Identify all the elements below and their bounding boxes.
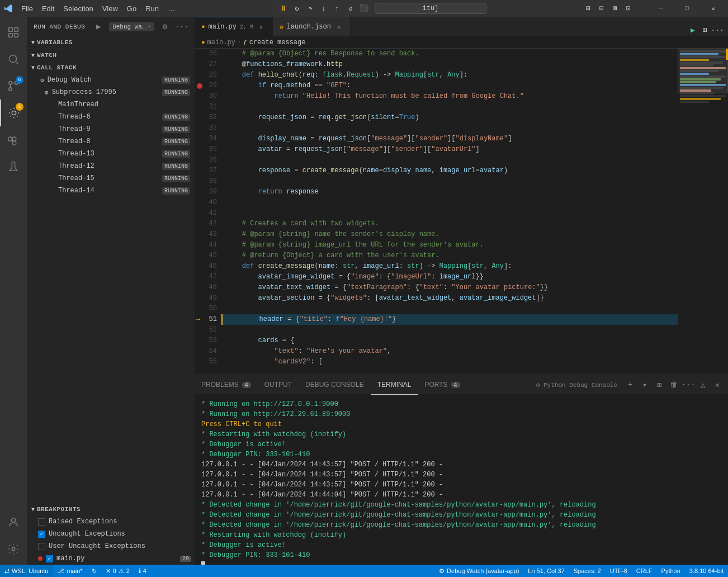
panel-maximize-btn[interactable]: △	[697, 379, 709, 391]
layout3-btn[interactable]: ⊠	[609, 2, 621, 15]
run-code-btn[interactable]: ▶	[687, 24, 699, 36]
bp-main-checkbox[interactable]: ✓	[46, 555, 53, 562]
menu-file[interactable]: File	[17, 0, 37, 17]
tab-problems[interactable]: PROBLEMS 4	[195, 375, 258, 395]
tab-ports[interactable]: PORTS 4	[418, 375, 466, 395]
code-line-40	[221, 197, 678, 208]
tab-launch-close[interactable]: ✕	[334, 22, 343, 31]
activity-explorer[interactable]	[0, 19, 27, 46]
activity-debug[interactable]: 1	[0, 100, 27, 126]
breadcrumb-func[interactable]: create_message	[249, 39, 306, 46]
breadcrumb-file[interactable]: main.py	[207, 39, 235, 46]
status-python-version[interactable]: 3.8.10 64-bit	[685, 565, 728, 577]
line-29: 29	[195, 81, 221, 91]
status-remote[interactable]: ⇄ WSL: Ubuntu	[0, 565, 53, 577]
status-debug-watch[interactable]: ⚙ Debug Watch (avatar-app)	[434, 565, 523, 577]
menu-selection[interactable]: Selection	[59, 0, 97, 17]
variables-header[interactable]: ▼ VARIABLES	[27, 36, 195, 49]
stack-item-subprocess[interactable]: ⚙ Subprocess 17995 RUNNING	[27, 86, 195, 98]
new-terminal-btn[interactable]: +	[624, 379, 636, 391]
status-eol[interactable]: CRLF	[632, 565, 657, 577]
minimize-btn[interactable]: ─	[648, 0, 673, 17]
debug-restart-btn[interactable]: ↺	[344, 2, 357, 15]
tab-terminal[interactable]: TERMINAL	[371, 375, 418, 395]
bp-raised-checkbox[interactable]	[38, 518, 45, 526]
layout-btn[interactable]: ⊞	[582, 2, 594, 15]
menu-go[interactable]: Go	[122, 0, 141, 17]
terminal-cursor-line	[201, 560, 721, 565]
status-errors[interactable]: ✕ 0 ⚠ 2	[101, 565, 134, 577]
activity-settings[interactable]	[0, 536, 27, 562]
terminal-more-btn[interactable]: ···	[682, 379, 694, 391]
tab-main-py[interactable]: ● main.py 2, M ✕	[195, 17, 273, 36]
status-info[interactable]: ℹ 4	[134, 565, 151, 577]
stack-item-debug-watch[interactable]: ⚙ Debug Watch RUNNING	[27, 74, 195, 86]
stack-item-thread8[interactable]: Thread-8 RUNNING	[27, 135, 195, 148]
debug-step-out-btn[interactable]: ↑	[331, 2, 343, 15]
call-stack-header[interactable]: ▼ CALL STACK	[27, 62, 195, 74]
menu-edit[interactable]: Edit	[37, 0, 59, 17]
tab-launch-json[interactable]: ⚙ launch.json ✕	[273, 17, 351, 36]
activity-account[interactable]	[0, 509, 27, 536]
tab-main-py-close[interactable]: ✕	[257, 22, 266, 31]
close-btn[interactable]: ✕	[701, 0, 726, 17]
terminal-down-btn[interactable]: ▾	[639, 379, 651, 391]
config-selector[interactable]: Debug Wa… ▾	[109, 22, 154, 31]
status-cursor-pos[interactable]: Ln 51, Col 37	[523, 565, 569, 577]
status-sync[interactable]: ↻	[87, 565, 101, 577]
maximize-btn[interactable]: □	[674, 0, 699, 17]
debug-refresh-btn[interactable]: ↻	[291, 2, 303, 15]
tab-debug-console[interactable]: DEBUG CONSOLE	[299, 375, 371, 395]
split-editor-btn[interactable]: ⊞	[699, 24, 711, 36]
variables-section: ▼ VARIABLES	[27, 36, 195, 49]
stack-item-thread15[interactable]: Thread-15 RUNNING	[27, 172, 195, 185]
panel-close-btn[interactable]: ✕	[711, 379, 724, 391]
menu-run[interactable]: Run	[141, 0, 163, 17]
stack-item-main-thread[interactable]: MainThread	[27, 98, 195, 111]
editor-more-btn[interactable]: ···	[711, 24, 724, 36]
stack-item-thread9[interactable]: Thread-9 RUNNING	[27, 123, 195, 135]
status-encoding[interactable]: UTF-8	[606, 565, 632, 577]
terminal-content[interactable]: * Running on http://127.0.0.1:9000 * Run…	[195, 395, 728, 565]
status-language[interactable]: Python	[657, 565, 685, 577]
layout4-btn[interactable]: ⊡	[622, 2, 635, 15]
watch-header[interactable]: ▼ WATCH	[27, 49, 195, 62]
bp-uncaught-exceptions[interactable]: ✓ Uncaught Exceptions	[27, 528, 195, 540]
activity-extensions[interactable]	[0, 126, 27, 153]
debug-pause-btn[interactable]: ⏸	[277, 2, 290, 15]
stack-item-thread13[interactable]: Thread-13 RUNNING	[27, 148, 195, 160]
bp-user-uncaught[interactable]: User Uncaught Exceptions	[27, 540, 195, 552]
stack-item-thread12[interactable]: Thread-12 RUNNING	[27, 160, 195, 172]
debug-step-over-btn[interactable]: ↷	[304, 2, 316, 15]
more-icon[interactable]: ···	[176, 21, 188, 33]
activity-git[interactable]: 6	[0, 73, 27, 100]
terminal-split-btn[interactable]: ⊞	[653, 379, 665, 391]
menu-more[interactable]: …	[163, 0, 179, 17]
debug-step-into-btn[interactable]: ↓	[318, 2, 330, 15]
activity-search[interactable]	[0, 46, 27, 73]
bp-main-py[interactable]: ✓ main.py 29	[27, 552, 195, 565]
svg-rect-2	[9, 34, 12, 37]
watch-section: ▼ WATCH	[27, 49, 195, 62]
breakpoints-header[interactable]: ▼ BREAKPOINTS	[27, 503, 195, 515]
bp-raised-exceptions[interactable]: Raised Exceptions	[27, 515, 195, 528]
terminal-line-10: 127.0.0.1 - - [04/Jan/2024 14:44:04] "PO…	[201, 490, 721, 500]
status-spaces[interactable]: Spaces: 2	[569, 565, 606, 577]
code-content[interactable]: # @param {Object} res Response to send b…	[221, 49, 678, 375]
gear-icon[interactable]: ⚙	[159, 21, 171, 33]
stack-item-thread14[interactable]: Thread-14 RUNNING	[27, 185, 195, 197]
run-config-btn[interactable]: ▶	[92, 21, 105, 33]
terminal-trash-btn[interactable]: 🗑	[668, 379, 680, 391]
code-editor[interactable]: 26 27 28 29 30 31 32 33 34 35 36 37 38	[195, 49, 678, 375]
bp-user-uncaught-checkbox[interactable]	[38, 543, 45, 550]
bp-uncaught-checkbox[interactable]: ✓	[38, 531, 45, 538]
tab-output[interactable]: OUTPUT	[258, 375, 299, 395]
address-bar[interactable]: itu]	[375, 3, 486, 14]
code-line-38	[221, 176, 678, 187]
stack-item-thread6[interactable]: Thread-6 RUNNING	[27, 111, 195, 123]
status-git-branch[interactable]: ⎇ main*	[53, 565, 87, 577]
menu-view[interactable]: View	[98, 0, 122, 17]
layout2-btn[interactable]: ⊟	[595, 2, 608, 15]
debug-stop-btn[interactable]: ⬛	[358, 2, 370, 15]
activity-test[interactable]	[0, 153, 27, 180]
